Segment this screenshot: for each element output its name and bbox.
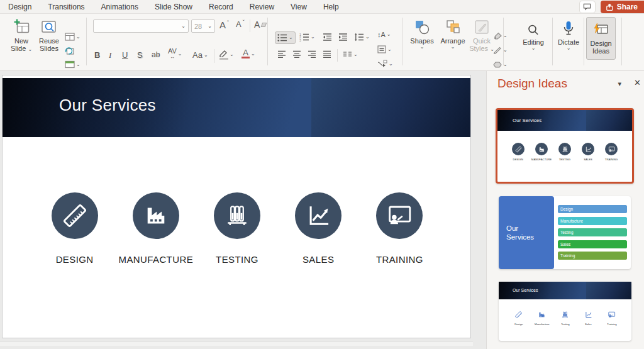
- quick-styles-icon: [474, 18, 490, 35]
- ruler-icon: [513, 309, 524, 320]
- font-size-combo[interactable]: 28 ⌄: [191, 19, 215, 33]
- slide-canvas[interactable]: Our Services DESIGNMANUFACTURETESTINGSAL…: [2, 75, 471, 338]
- horizontal-scrollbar[interactable]: [0, 341, 473, 347]
- tab-design[interactable]: Design: [0, 0, 40, 14]
- dictate-button[interactable]: Dictate ⌄: [555, 19, 582, 51]
- strikethrough-button[interactable]: ab: [152, 50, 160, 59]
- dropdown-icon: ⌄: [567, 46, 571, 51]
- service-item-sales[interactable]: SALES: [278, 192, 359, 265]
- ribbon: New Slide ⌄ Reuse Slides ⌄ ⌄ Slides ⌄ 28…: [0, 14, 644, 71]
- titlebar-right: Share: [579, 0, 644, 14]
- align-right-button[interactable]: [308, 50, 316, 58]
- reset-slide-button[interactable]: [65, 47, 74, 55]
- dropdown-icon: ⌄: [365, 35, 370, 40]
- dropdown-icon: ⌄: [76, 62, 80, 67]
- thumb-title: Our Services: [513, 288, 538, 292]
- shape-effects-button[interactable]: ⌄: [493, 60, 508, 69]
- thumb-service-testing: Testing: [553, 309, 577, 326]
- group-separator: [267, 18, 268, 65]
- ribbon-tab-row: DesignTransitionsAnimationsSlide ShowRec…: [0, 0, 644, 14]
- new-slide-icon: [13, 18, 30, 35]
- tab-animations[interactable]: Animations: [93, 0, 147, 14]
- reuse-slides-label2: Slides: [40, 45, 58, 52]
- dropdown-icon: ⌄: [204, 53, 208, 58]
- convert-smartart-button[interactable]: ⌄: [377, 60, 393, 68]
- shape-fill-button[interactable]: ⌄: [493, 31, 508, 40]
- thumb-service-manufacture: Manufacture: [530, 309, 553, 326]
- share-button[interactable]: Share: [601, 1, 644, 13]
- thumb-service-sales: Sales: [577, 309, 600, 326]
- quick-styles-button[interactable]: Quick Styles ⌄: [469, 18, 494, 52]
- tab-review[interactable]: Review: [242, 0, 282, 14]
- slide-title[interactable]: Our Services: [59, 96, 156, 115]
- thumb-service-design: DESIGN: [507, 143, 530, 161]
- design-ideas-button[interactable]: Design Ideas: [586, 17, 616, 60]
- text-direction-button[interactable]: ↕A ⌄: [377, 31, 391, 38]
- shapes-icon: [414, 18, 430, 35]
- decrease-font-size-button[interactable]: Aˇ: [236, 19, 245, 29]
- service-label: TESTING: [216, 254, 258, 265]
- comment-icon: [583, 3, 591, 11]
- design-thumbnail-bars[interactable]: Our Services DesignManufactureTestingSal…: [499, 196, 631, 269]
- thumb-services-row: DesignManufactureTestingSalesTraining: [499, 309, 631, 326]
- svg-text:3: 3: [299, 38, 301, 42]
- search-icon: [527, 19, 540, 36]
- increase-indent-button[interactable]: [338, 33, 348, 42]
- tab-transitions[interactable]: Transitions: [40, 0, 92, 14]
- character-spacing-button[interactable]: AV↔ ⌄: [168, 48, 182, 60]
- numbering-button[interactable]: 123 ⌄: [299, 33, 315, 42]
- tab-slide-show[interactable]: Slide Show: [147, 0, 201, 14]
- comments-button[interactable]: [579, 1, 596, 13]
- divider: [337, 49, 338, 62]
- align-center-button[interactable]: [292, 50, 301, 58]
- decrease-indent-button[interactable]: [323, 33, 332, 42]
- dropdown-icon: ⌄: [251, 52, 255, 57]
- align-left-button[interactable]: [277, 50, 286, 58]
- shape-outline-button[interactable]: ⌄: [493, 46, 508, 54]
- design-ideas-panel: Design Ideas ▾ ✕ Our Services DESIGNMANU…: [486, 71, 644, 349]
- dropdown-icon: ⌄: [387, 32, 391, 37]
- design-thumbnail-icons[interactable]: Our Services DesignManufactureTestingSal…: [499, 282, 631, 341]
- line-chart-icon: [583, 309, 594, 320]
- thumb-service-testing: TESTING: [553, 143, 577, 161]
- bold-button[interactable]: B: [94, 50, 100, 60]
- section-button[interactable]: ⌄: [65, 60, 80, 69]
- text-shadow-button[interactable]: S: [137, 50, 143, 60]
- service-item-testing[interactable]: TESTING: [196, 192, 277, 265]
- tab-help[interactable]: Help: [315, 0, 347, 14]
- shapes-button[interactable]: Shapes ⌄: [408, 18, 436, 50]
- change-case-button[interactable]: Aa⌄: [192, 50, 208, 60]
- service-item-design[interactable]: DESIGN: [34, 192, 115, 265]
- arrange-icon: [445, 18, 461, 35]
- clear-formatting-button[interactable]: A: [254, 19, 266, 30]
- underline-button[interactable]: U: [122, 50, 128, 60]
- panel-menu-button[interactable]: ▾: [618, 80, 621, 88]
- service-item-training[interactable]: TRAINING: [359, 192, 440, 265]
- tab-view[interactable]: View: [282, 0, 315, 14]
- dropdown-icon: ⌄: [503, 48, 508, 53]
- group-separator: [584, 18, 584, 65]
- design-thumbnail-selected[interactable]: Our Services DESIGNMANUFACTURETESTINGSAL…: [496, 108, 634, 184]
- thumb-service-design: Design: [507, 309, 530, 326]
- reuse-slides-button[interactable]: Reuse Slides: [35, 18, 63, 52]
- group-separator: [402, 18, 403, 65]
- thumb-service-training: TRAINING: [600, 143, 623, 161]
- line-spacing-button[interactable]: ⌄: [354, 33, 370, 42]
- service-item-manufacture[interactable]: MANUFACTURE: [115, 192, 196, 265]
- new-slide-button[interactable]: New Slide ⌄: [8, 18, 35, 52]
- arrange-button[interactable]: Arrange ⌄: [438, 18, 468, 50]
- thumb-bar-training: Training: [558, 252, 627, 260]
- bullets-button[interactable]: ⌄: [275, 31, 296, 44]
- justify-button[interactable]: [323, 50, 331, 58]
- slide-layout-button[interactable]: ⌄: [65, 33, 80, 41]
- panel-close-button[interactable]: ✕: [634, 78, 641, 87]
- columns-button[interactable]: ⌄: [343, 50, 358, 58]
- tab-record[interactable]: Record: [201, 0, 242, 14]
- align-text-button[interactable]: ⌄: [377, 45, 392, 53]
- increase-font-size-button[interactable]: Aˆ: [219, 19, 229, 30]
- highlight-color-button[interactable]: ⌄: [219, 50, 234, 60]
- editing-button[interactable]: Editing ⌄: [516, 19, 551, 51]
- italic-button[interactable]: I: [109, 50, 111, 60]
- font-color-button[interactable]: A ⌄: [242, 49, 255, 58]
- font-name-combo[interactable]: ⌄: [93, 19, 189, 33]
